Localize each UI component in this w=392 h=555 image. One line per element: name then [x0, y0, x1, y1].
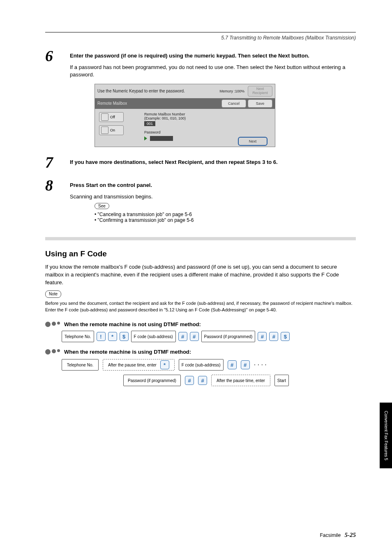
- step-6-lead: Enter the password (if one is required) …: [70, 52, 356, 60]
- key-hash-2: #: [190, 332, 199, 341]
- memory-indicator: Memory :100%: [219, 89, 244, 93]
- key-hash-6: #: [241, 360, 250, 369]
- key-star-2: *: [160, 360, 169, 369]
- section-title: Using an F Code: [45, 249, 356, 258]
- procedure-2-diagram: Telephone No. After the pause time, ente…: [62, 359, 356, 386]
- see-bullet-1: "Canceling a transmission job" on page 5…: [95, 212, 356, 217]
- continuation-dots: · · · ·: [254, 361, 267, 368]
- step-7: 7 If you have more destinations, select …: [45, 154, 356, 170]
- ui-title: Remote Mailbox: [97, 101, 220, 106]
- slot-start: Start: [274, 375, 289, 386]
- note-badge: Note: [45, 290, 61, 298]
- key-hash-5: #: [228, 360, 237, 369]
- slot-password-2: Password (if programmed): [123, 375, 181, 386]
- ui-screenshot: Use the Numeric Keypad to enter the pass…: [95, 84, 356, 147]
- password-field[interactable]: [150, 136, 173, 141]
- side-tab: Convenient Fax Features 5: [380, 403, 392, 468]
- toggle-group: Off On: [99, 112, 136, 141]
- dashed-pause-1: After the pause time, enter *: [103, 359, 175, 371]
- step-8-lead: Press Start on the control panel.: [70, 182, 356, 189]
- step-8-sub: Scanning and transmission begins.: [70, 193, 356, 200]
- key-hash-4: #: [269, 332, 278, 341]
- procedure-dots-icon-2: [45, 349, 60, 355]
- key-hash-1: #: [178, 332, 187, 341]
- ui-instruction-text: Use the Numeric Keypad to enter the pass…: [97, 89, 219, 93]
- rmb-example: (Example: 001, 010, 100): [144, 116, 271, 120]
- dashed-pause-2: After the pause time, enter: [211, 375, 270, 386]
- on-label: On: [110, 128, 115, 132]
- rmb-label: Remote Mailbox Number: [144, 112, 271, 116]
- procedure-2-title: When the remote machine is using DTMF me…: [64, 349, 191, 355]
- on-toggle[interactable]: On: [99, 125, 124, 135]
- cursor-triangle-icon: [144, 136, 147, 140]
- section-divider: [45, 237, 356, 240]
- see-badge: See: [95, 203, 109, 209]
- next-button[interactable]: Next: [238, 137, 267, 146]
- key-hash-3: #: [258, 332, 267, 341]
- cancel-button[interactable]: Cancel: [221, 99, 246, 108]
- step-7-lead: If you have more destinations, select Ne…: [70, 159, 356, 166]
- ui-panel: Use the Numeric Keypad to enter the pass…: [95, 84, 275, 147]
- dashed-pause-1-text: After the pause time, enter: [108, 363, 157, 367]
- section-para-1: If you know the remote mailbox's F code …: [45, 263, 356, 287]
- password-label: Password: [144, 130, 271, 134]
- slot-telephone-2: Telephone No.: [62, 359, 99, 371]
- procedure-dots-icon: [45, 322, 60, 327]
- footer-text: Facsimile: [320, 532, 341, 538]
- slot-telephone: Telephone No.: [62, 331, 94, 342]
- header-rule: [45, 32, 356, 32]
- slot-fcode: F code (sub-address): [131, 331, 176, 342]
- step-8: 8 Press Start on the control panel. Scan…: [45, 177, 356, 200]
- key-exclaim: !: [97, 332, 106, 341]
- procedure-1-heading: When the remote machine is not using DTM…: [45, 321, 356, 327]
- on-toggle-box: [101, 127, 108, 134]
- save-button[interactable]: Save: [248, 99, 272, 108]
- step-6-sub: If a password has not been programmed, y…: [70, 64, 356, 78]
- key-hash-7: #: [185, 376, 194, 385]
- rmb-value: 001: [144, 121, 155, 126]
- ui-title-bar: Remote Mailbox Cancel Save: [95, 98, 275, 109]
- note-text: Before you send the document, contact th…: [45, 300, 356, 313]
- step-number-8: 8: [45, 177, 70, 193]
- section-header: 5.7 Transmitting to Remote Mailboxes (Ma…: [45, 35, 356, 41]
- off-toggle-box: [101, 113, 108, 121]
- procedure-1-title: When the remote machine is not using DTM…: [64, 321, 201, 327]
- step-number-7: 7: [45, 154, 70, 170]
- key-dollar: $: [120, 332, 129, 341]
- see-bullet-2: "Confirming a transmission job" on page …: [95, 217, 356, 223]
- page-number: 5-25: [345, 532, 356, 538]
- key-star: *: [108, 332, 117, 341]
- step-number-6: 6: [45, 48, 70, 64]
- off-toggle[interactable]: Off: [99, 112, 124, 122]
- key-dollar-2: $: [281, 332, 290, 341]
- step-6: 6 Enter the password (if one is required…: [45, 48, 356, 79]
- ui-panel-topbar: Use the Numeric Keypad to enter the pass…: [95, 84, 275, 98]
- slot-fcode-2: F code (sub-address): [179, 359, 224, 371]
- off-label: Off: [110, 115, 115, 119]
- procedure-2-heading: When the remote machine is using DTMF me…: [45, 349, 356, 355]
- key-hash-8: #: [198, 376, 207, 385]
- slot-password: Password (if programmed): [201, 331, 256, 342]
- next-recipient-button[interactable]: Next Recipient: [248, 86, 272, 97]
- note-block: Note Before you send the document, conta…: [45, 290, 356, 313]
- procedure-1-keys: Telephone No. ! * $ F code (sub-address)…: [62, 331, 356, 342]
- footer: Facsimile 5-25: [320, 532, 356, 539]
- see-block: See "Canceling a transmission job" on pa…: [95, 203, 356, 223]
